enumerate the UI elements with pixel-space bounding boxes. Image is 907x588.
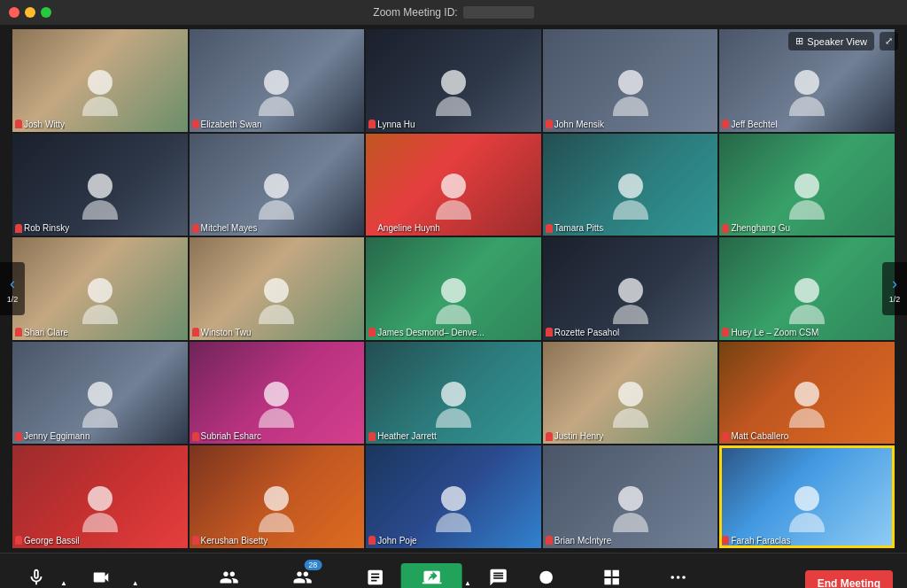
polling-button[interactable]: Polling	[353, 561, 398, 589]
video-cell: Mitchel Mayes	[190, 134, 365, 236]
mic-status-icon	[192, 432, 199, 441]
person-head	[795, 70, 819, 95]
person-body	[789, 200, 825, 220]
person-avatar	[789, 174, 825, 220]
participant-name-text: Rob Rinsky	[24, 223, 69, 233]
person-body	[789, 408, 825, 428]
mute-caret[interactable]: ▲	[58, 579, 69, 587]
fullscreen-button[interactable]: ⤢	[880, 32, 898, 50]
person-avatar	[613, 174, 648, 220]
person-avatar	[436, 278, 471, 324]
manage-participants-button[interactable]: 28 Manage Participants	[255, 561, 350, 589]
mute-icon	[24, 565, 49, 589]
left-arrow-icon: ‹	[10, 275, 15, 293]
mic-status-icon	[722, 224, 729, 233]
video-cell: Lynna Hu	[366, 29, 541, 132]
person-head	[264, 174, 289, 198]
video-cell: Shari Clare	[12, 237, 188, 340]
video-cell: Brian McIntyre	[543, 445, 718, 548]
participant-name-text: Lynna Hu	[377, 120, 415, 129]
breakout-rooms-button[interactable]: Breakout Rooms	[572, 561, 652, 589]
record-button[interactable]: Record	[524, 561, 569, 589]
person-head	[618, 382, 643, 406]
person-body	[789, 513, 825, 532]
prev-page-button[interactable]: ‹ 1/2	[0, 262, 25, 315]
person-head	[795, 278, 819, 303]
meeting-id-value	[463, 6, 534, 19]
mic-status-icon	[722, 328, 729, 337]
more-button[interactable]: More	[655, 561, 700, 589]
person-body	[613, 97, 648, 116]
video-cell: John Poje	[366, 445, 541, 548]
person-body	[789, 97, 825, 116]
mic-status-icon	[546, 120, 553, 128]
participant-name-text: Shari Clare	[24, 328, 68, 337]
participant-name: Elizabeth Swan	[192, 120, 262, 129]
person-head	[441, 486, 466, 511]
video-cell: Subriah Esharc	[190, 342, 365, 445]
person-avatar	[436, 486, 471, 532]
person-head	[618, 70, 643, 95]
close-button[interactable]	[9, 7, 19, 18]
participant-name-text: George Bassil	[24, 536, 80, 545]
mic-status-icon	[15, 536, 22, 545]
speaker-view-button[interactable]: ⊞ Speaker View	[788, 32, 874, 50]
mic-status-icon	[368, 432, 376, 441]
person-body	[613, 200, 648, 220]
participant-name-text: John Poje	[377, 536, 416, 545]
end-meeting-button[interactable]: End Meeting	[805, 570, 893, 589]
minimize-button[interactable]	[25, 7, 35, 18]
person-avatar	[613, 278, 648, 324]
participant-name: Heather Jarrett	[368, 431, 437, 441]
person-body	[436, 408, 471, 428]
mic-status-icon	[546, 432, 553, 441]
next-page-button[interactable]: › 1/2	[882, 262, 907, 315]
person-body	[82, 200, 118, 220]
svg-point-3	[682, 576, 686, 579]
person-avatar	[789, 70, 825, 116]
participant-name-text: Winston Twu	[201, 328, 252, 337]
participant-name-text: Zhenghang Gu	[731, 223, 790, 233]
share-screen-caret[interactable]: ▲	[462, 579, 473, 587]
participant-name: Mitchel Mayes	[192, 223, 258, 233]
mic-status-icon	[192, 120, 199, 128]
person-avatar	[259, 174, 294, 220]
participant-name: Winston Twu	[192, 328, 252, 337]
participant-name: Farah Faraclas	[722, 536, 790, 545]
fullscreen-icon: ⤢	[885, 35, 893, 46]
stop-video-button[interactable]: Stop Video	[73, 561, 130, 589]
participant-name: Kerushan Bisetty	[192, 536, 268, 545]
person-head	[88, 174, 112, 198]
mic-status-icon	[368, 328, 376, 337]
person-head	[441, 382, 466, 406]
video-caret[interactable]: ▲	[130, 579, 141, 587]
chat-button[interactable]: Chat	[477, 561, 521, 589]
participant-name-text: Subriah Esharc	[201, 431, 261, 441]
person-body	[789, 305, 825, 324]
video-cell: Winston Twu	[190, 237, 365, 340]
participant-name-text: John Mensik	[554, 120, 604, 129]
mic-status-icon	[192, 536, 199, 545]
person-head	[264, 486, 289, 511]
participant-name-text: Jenny Eggimann	[24, 431, 90, 441]
participant-name-text: Brian McIntyre	[554, 536, 611, 545]
video-cell: James Desmond– Denve...	[366, 237, 541, 340]
toolbar-left: Mute ▲ Stop Video ▲	[14, 561, 141, 589]
person-body	[613, 305, 648, 324]
mute-button[interactable]: Mute	[14, 561, 58, 589]
participant-name: Tamara Pitts	[546, 223, 604, 233]
person-body	[259, 408, 294, 428]
person-body	[82, 513, 118, 532]
svg-point-1	[671, 576, 674, 579]
share-screen-button[interactable]: Share Screen	[401, 563, 462, 589]
mic-status-icon	[192, 224, 199, 233]
person-avatar	[436, 174, 471, 220]
invite-button[interactable]: Invite	[207, 561, 252, 589]
person-head	[795, 174, 819, 198]
video-cell: Angeline Huynh	[366, 134, 541, 236]
window-title: Zoom Meeting ID:	[373, 6, 533, 19]
toolbar: Mute ▲ Stop Video ▲ Invite	[0, 553, 907, 588]
svg-point-0	[540, 570, 554, 584]
maximize-button[interactable]	[41, 7, 51, 18]
person-avatar	[789, 486, 825, 532]
